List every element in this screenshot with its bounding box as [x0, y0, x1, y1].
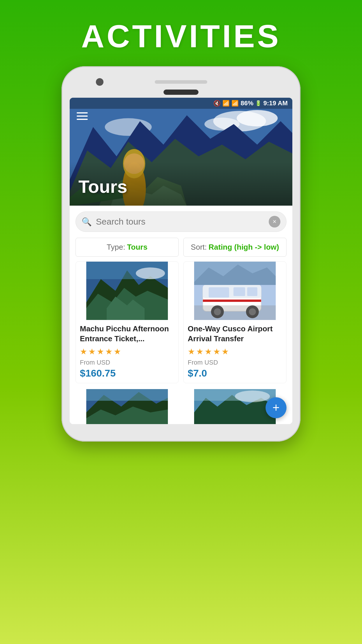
- sort-filter-button[interactable]: Sort: Rating (high -> low): [183, 238, 287, 257]
- star-4: ★: [105, 347, 113, 356]
- phone-speaker: [155, 80, 207, 84]
- sort-filter-label: Sort:: [191, 243, 207, 252]
- filter-row: Type: Tours Sort: Rating (high -> low): [70, 232, 292, 261]
- fab-button[interactable]: +: [266, 397, 287, 418]
- type-filter-button[interactable]: Type: Tours: [75, 238, 179, 257]
- phone-screen: 🔇 📶 📶 86% 🔋 9:19 AM: [70, 98, 292, 424]
- phone-top: [70, 75, 292, 87]
- search-input[interactable]: [96, 217, 265, 227]
- tour-card-stars-1: ★ ★ ★ ★ ★: [188, 347, 282, 356]
- tour-card-image-0: [76, 262, 178, 320]
- page-title: ACTIVITIES: [81, 18, 281, 55]
- star-2: ★: [196, 347, 203, 356]
- tour-card-1[interactable]: One-Way Cusco Airport Arrival Transfer ★…: [183, 261, 287, 383]
- hero-title: Tours: [78, 176, 127, 197]
- signal-icon: 📶: [231, 100, 239, 107]
- tour-card-body-0: Machu Picchu Afternoon Entrance Ticket,.…: [76, 320, 178, 383]
- tour-card-price-1: $7.0: [188, 368, 282, 379]
- hamburger-line-1: [77, 112, 88, 113]
- tour-card-title-0: Machu Picchu Afternoon Entrance Ticket,.…: [80, 324, 174, 344]
- svg-point-40: [235, 391, 270, 402]
- star-1: ★: [80, 347, 87, 356]
- star-3: ★: [97, 347, 104, 356]
- hamburger-line-3: [77, 119, 88, 120]
- type-filter-label: Type:: [107, 243, 125, 252]
- mute-icon: 🔇: [213, 100, 221, 107]
- search-bar[interactable]: 🔍 ×: [75, 211, 287, 232]
- svg-point-18: [136, 267, 165, 279]
- svg-rect-31: [194, 305, 276, 320]
- tour-card-body-1: One-Way Cusco Airport Arrival Transfer ★…: [184, 320, 286, 383]
- phone-frame: 🔇 📶 📶 86% 🔋 9:19 AM: [61, 66, 301, 442]
- tour-card-image-1: [184, 262, 286, 320]
- tour-cards-grid: Machu Picchu Afternoon Entrance Ticket,.…: [70, 261, 292, 389]
- star-3: ★: [205, 347, 212, 356]
- tour-card-stars-0: ★ ★ ★ ★ ★: [80, 347, 174, 356]
- phone-earpiece: [164, 90, 198, 95]
- svg-rect-24: [247, 287, 257, 296]
- hamburger-line-2: [77, 116, 88, 117]
- bottom-card-left[interactable]: [75, 389, 179, 424]
- clear-icon: ×: [273, 218, 277, 225]
- status-bar: 🔇 📶 📶 86% 🔋 9:19 AM: [70, 98, 292, 109]
- svg-rect-23: [233, 287, 245, 296]
- status-icons: 🔇 📶 📶 86% 🔋 9:19 AM: [213, 99, 288, 107]
- star-4: ★: [213, 347, 220, 356]
- phone-screen-wrapper: 🔇 📶 📶 86% 🔋 9:19 AM: [70, 98, 292, 424]
- svg-rect-29: [203, 300, 261, 302]
- time-text: 9:19 AM: [263, 99, 288, 107]
- star-2: ★: [88, 347, 96, 356]
- search-icon: 🔍: [82, 217, 92, 227]
- tour-card-title-1: One-Way Cusco Airport Arrival Transfer: [188, 324, 282, 344]
- star-5: ★: [114, 347, 121, 356]
- tour-card-from-0: From USD: [80, 359, 174, 366]
- tour-card-from-1: From USD: [188, 359, 282, 366]
- sort-filter-value: Rating (high -> low): [209, 243, 279, 252]
- search-section: 🔍 ×: [70, 206, 292, 232]
- battery-icon: 🔋: [255, 100, 261, 106]
- wifi-icon: 📶: [222, 100, 230, 107]
- type-filter-value: Tours: [127, 243, 147, 252]
- star-5: ★: [222, 347, 229, 356]
- phone-camera: [96, 78, 103, 86]
- hero-banner: 🔇 📶 📶 86% 🔋 9:19 AM: [70, 98, 292, 206]
- svg-rect-22: [209, 287, 229, 298]
- hamburger-menu[interactable]: [77, 112, 88, 120]
- svg-rect-36: [86, 389, 168, 401]
- tour-card-price-0: $160.75: [80, 368, 174, 379]
- tour-card-0[interactable]: Machu Picchu Afternoon Entrance Ticket,.…: [75, 261, 179, 383]
- fab-icon: +: [273, 401, 280, 415]
- clear-button[interactable]: ×: [269, 216, 280, 228]
- battery-text: 86%: [240, 99, 253, 107]
- bottom-cards-grid: [70, 389, 292, 424]
- star-1: ★: [188, 347, 195, 356]
- svg-point-2: [237, 110, 278, 126]
